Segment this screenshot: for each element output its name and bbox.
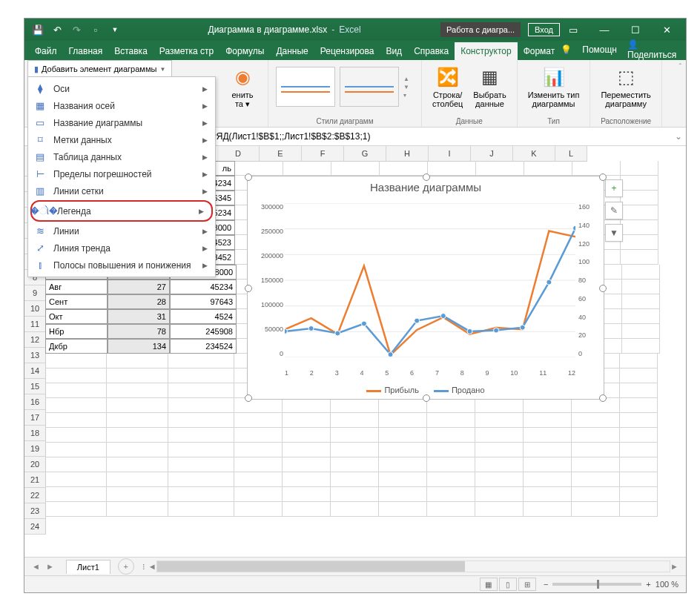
tab-10[interactable]: Формат: [518, 42, 561, 60]
chart-style-2[interactable]: [340, 67, 399, 107]
row-14[interactable]: 14: [24, 363, 46, 379]
menu-Метки данных[interactable]: ⌑Метки данных▶: [28, 131, 215, 148]
qat-more-icon[interactable]: ▼: [109, 24, 121, 36]
maximize-icon[interactable]: ☐: [622, 21, 649, 39]
tab-7[interactable]: Вид: [380, 42, 408, 60]
col-D[interactable]: D: [217, 146, 260, 162]
tab-6[interactable]: Рецензирова: [314, 42, 380, 60]
doc-title: Диаграмма в диаграмме.xlsx: [208, 24, 328, 35]
zoom-in-icon[interactable]: +: [646, 580, 650, 589]
menu-Полосы повышения и понижения[interactable]: ⫿Полосы повышения и понижения▶: [28, 257, 215, 274]
menu-Линия тренда[interactable]: ⤢Линия тренда▶: [28, 239, 215, 257]
share-icon[interactable]: 👤 Поделиться: [627, 39, 676, 60]
ribbon-tabs: ФайлГлавнаяВставкаРазметка стрФормулыДан…: [24, 41, 686, 60]
row-13[interactable]: 13: [24, 348, 46, 363]
plot-area[interactable]: [285, 203, 575, 357]
add-element-dropdown: ⧫Оси▶▦Названия осей▶▭Название диаграммы▶…: [27, 76, 216, 277]
menu-Легенда[interactable]: �ો�Легенда▶: [30, 200, 213, 222]
menu-Пределы погрешностей[interactable]: ⊢Пределы погрешностей▶: [28, 165, 215, 182]
svg-point-15: [494, 328, 499, 333]
switch-row-col-button[interactable]: 🔀Строка/ столбец: [429, 64, 466, 110]
add-chart-element-button[interactable]: ▮Добавить элемент диаграммы▼: [27, 60, 172, 78]
embedded-chart[interactable]: Название диаграммы 300000250000200000150…: [247, 176, 604, 400]
tab-9[interactable]: Конструктор: [455, 42, 517, 60]
tab-8[interactable]: Справка: [408, 42, 455, 60]
row-12[interactable]: 12: [24, 332, 46, 348]
col-I[interactable]: I: [429, 146, 471, 162]
chart-legend[interactable]: ПрибыльПродано: [248, 386, 604, 394]
undo-icon[interactable]: ↶: [51, 24, 63, 36]
row-15[interactable]: 15: [24, 379, 46, 394]
chart-style-1[interactable]: [276, 67, 335, 107]
ribbon-options-icon[interactable]: ▭: [560, 21, 587, 39]
col-F[interactable]: F: [302, 146, 344, 162]
tab-1[interactable]: Главная: [63, 42, 109, 60]
page-break-icon[interactable]: ⊞: [518, 578, 536, 591]
row-23[interactable]: 23: [24, 503, 46, 519]
tab-4[interactable]: Формулы: [219, 42, 270, 60]
svg-point-18: [573, 225, 576, 231]
row-16[interactable]: 16: [24, 394, 46, 410]
menu-Линии[interactable]: ≋Линии▶: [28, 222, 215, 239]
row-17[interactable]: 17: [24, 410, 46, 426]
col-H[interactable]: H: [386, 146, 429, 162]
row-19[interactable]: 19: [24, 441, 46, 457]
collapse-ribbon-icon[interactable]: ˆ: [675, 60, 686, 127]
col-G[interactable]: G: [344, 146, 386, 162]
chart-elements-icon[interactable]: +: [605, 179, 623, 197]
change-colors-button[interactable]: ◉енить та ▾: [228, 64, 257, 110]
row-20[interactable]: 20: [24, 457, 46, 472]
sheet-next-icon[interactable]: ►: [46, 562, 54, 571]
status-bar: ▦ ▯ ⊞ − + 100 %: [24, 575, 686, 592]
page-layout-icon[interactable]: ▯: [499, 578, 517, 591]
menu-Таблица данных[interactable]: ▤Таблица данных▶: [28, 148, 215, 165]
move-chart-button[interactable]: ⬚Переместить диаграмму: [598, 64, 653, 110]
row-21[interactable]: 21: [24, 472, 46, 488]
tab-3[interactable]: Разметка стр: [153, 42, 219, 60]
expand-formula-icon[interactable]: ⌄: [671, 131, 686, 142]
menu-Линии сетки[interactable]: ▥Линии сетки▶: [28, 182, 215, 199]
svg-point-13: [440, 314, 446, 319]
col-L[interactable]: L: [555, 146, 587, 162]
menu-Названия осей[interactable]: ▦Названия осей▶: [28, 97, 215, 114]
col-J[interactable]: J: [471, 146, 513, 162]
sheet-prev-icon[interactable]: ◄: [32, 562, 40, 571]
zoom-slider[interactable]: [552, 583, 641, 586]
zoom-level[interactable]: 100 %: [656, 580, 678, 589]
row-9[interactable]: 9: [24, 285, 46, 301]
touch-icon[interactable]: ▫: [90, 24, 102, 36]
svg-point-12: [415, 318, 420, 323]
h-scrollbar[interactable]: [156, 561, 670, 572]
select-data-button[interactable]: ▦Выбрать данные: [470, 64, 509, 110]
svg-point-14: [467, 328, 472, 334]
menu-Оси[interactable]: ⧫Оси▶: [28, 80, 215, 97]
svg-point-16: [520, 325, 525, 330]
new-sheet-icon[interactable]: +: [118, 558, 134, 575]
row-18[interactable]: 18: [24, 426, 46, 441]
tab-0[interactable]: Файл: [29, 42, 63, 60]
sheet-tab-active[interactable]: Лист1: [66, 560, 110, 574]
svg-point-17: [547, 280, 552, 285]
minimize-icon[interactable]: —: [591, 21, 618, 39]
chart-filter-icon[interactable]: ▼: [605, 224, 623, 242]
row-22[interactable]: 22: [24, 488, 46, 503]
normal-view-icon[interactable]: ▦: [480, 578, 498, 591]
tab-2[interactable]: Вставка: [108, 42, 153, 60]
formula-input[interactable]: =РЯД(Лист1!$B$1;;Лист1!$B$2:$B$13;1): [201, 131, 671, 142]
change-chart-type-button[interactable]: 📊Изменить тип диаграммы: [525, 64, 583, 110]
close-icon[interactable]: ✕: [653, 21, 680, 39]
row-10[interactable]: 10: [24, 301, 46, 317]
tell-me-icon[interactable]: 💡: [561, 44, 572, 55]
row-24[interactable]: 24: [24, 519, 46, 535]
col-K[interactable]: K: [513, 146, 555, 162]
redo-icon[interactable]: ↷: [70, 24, 82, 36]
zoom-out-icon[interactable]: −: [544, 580, 548, 589]
row-11[interactable]: 11: [24, 317, 46, 332]
save-icon[interactable]: 💾: [32, 24, 44, 36]
login-button[interactable]: Вход: [528, 23, 560, 36]
chart-styles-icon[interactable]: ✎: [605, 202, 623, 219]
col-E[interactable]: E: [260, 146, 302, 162]
chart-tools-label: Работа с диагра...: [440, 22, 521, 37]
tab-5[interactable]: Данные: [270, 42, 314, 60]
menu-Название диаграммы[interactable]: ▭Название диаграммы▶: [28, 114, 215, 131]
